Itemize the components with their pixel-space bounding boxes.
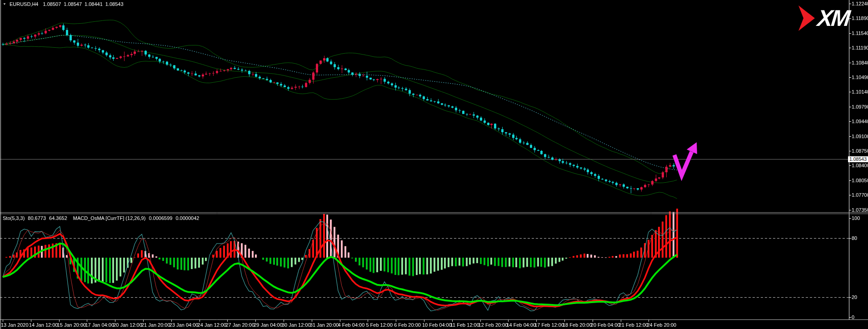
time-tick-label: 14 Jan 12:00: [29, 322, 58, 328]
price-tick-label: 1.11190: [852, 45, 868, 50]
time-tick-label: 27 Jan 20:00: [225, 322, 254, 328]
level-tick-label: 80: [852, 235, 857, 241]
time-tick-label: 5 Feb 12:00: [366, 322, 393, 328]
price-tick-label: 1.09790: [852, 104, 868, 110]
current-price-box: 1.08543: [848, 156, 868, 162]
time-tick-label: 24 Feb 20:00: [647, 322, 676, 328]
time-tick-label: 31 Jan 20:00: [310, 322, 339, 328]
level-tick-label: 20: [852, 294, 857, 300]
high-value: 1.08547: [64, 1, 82, 7]
time-tick-label: 11 Feb 12:00: [450, 322, 479, 328]
time-tick-label: 23 Jan 04:00: [170, 322, 199, 328]
symbol-dropdown-icon[interactable]: ▼: [3, 2, 6, 5]
time-tick-label: 15 Jan 20:00: [57, 322, 86, 328]
price-tick-label: 1.09100: [852, 134, 868, 139]
price-tick-label: 1.07350: [852, 207, 868, 213]
stochastic-d-value: 64.3652: [49, 215, 67, 221]
time-tick-label: 6 Feb 20:00: [394, 322, 421, 328]
time-tick-label: 29 Jan 04:00: [254, 322, 283, 328]
stochastic-k-value: 80.6773: [28, 215, 46, 221]
time-tick-label: 14 Feb 04:00: [506, 322, 536, 328]
level-tick-label: 0: [852, 314, 854, 320]
open-value: 1.08507: [43, 1, 61, 7]
price-tick-label: 1.11890: [852, 15, 868, 21]
price-tick-label: 1.09440: [852, 119, 868, 124]
time-tick-label: 21 Jan 20:00: [141, 322, 170, 328]
price-tick-label: 1.07700: [852, 192, 868, 198]
level-tick-label: 100: [852, 215, 860, 221]
time-tick-label: 17 Jan 04:00: [85, 322, 114, 328]
indicator-header: Sto(5,3,3)80.677364.3652MACD_OsMA [CurrT…: [3, 215, 202, 221]
stochastic-label: Sto(5,3,3): [3, 215, 25, 221]
window-border-left: [0, 0, 1, 329]
price-tick-label: 1.08400: [852, 163, 868, 168]
price-tick-label: 1.10490: [852, 75, 868, 80]
price-tick-label: 1.10840: [852, 60, 868, 65]
close-value: 1.08543: [105, 1, 124, 7]
time-tick-label: 17 Feb 12:00: [534, 322, 564, 328]
time-tick-label: 4 Feb 04:00: [338, 322, 365, 328]
low-value: 1.08441: [85, 1, 103, 7]
chart-canvas[interactable]: [0, 0, 868, 329]
time-tick-label: 21 Feb 12:00: [619, 322, 649, 328]
time-tick-label: 18 Feb 20:00: [563, 322, 592, 328]
price-tick-label: 1.08050: [852, 178, 868, 183]
time-tick-label: 20 Jan 12:00: [113, 322, 142, 328]
macd-label: MACD_OsMA [CurrTF] (12,26,9): [73, 215, 146, 221]
price-tick-label: 1.11540: [852, 30, 868, 36]
time-tick-label: 13 Jan 2020: [1, 322, 29, 328]
ohlc-header: ▼ EURUSD,H4 1.08507 1.08547 1.08441 1.08…: [3, 1, 126, 7]
time-tick-label: 10 Feb 04:00: [422, 322, 452, 328]
price-tick-label: 1.10140: [852, 89, 868, 95]
osma-value: 0.0000042: [175, 215, 199, 221]
symbol-timeframe-label: EURUSD,H4: [10, 1, 39, 7]
time-tick-label: 30 Jan 12:00: [282, 322, 311, 328]
time-tick-label: 24 Jan 12:00: [198, 322, 227, 328]
time-tick-label: 20 Feb 04:00: [591, 322, 620, 328]
price-tick-label: 1.08750: [852, 148, 868, 154]
chart-window: ▼ EURUSD,H4 1.08507 1.08547 1.08441 1.08…: [0, 0, 868, 329]
xm-logo-arrow-icon: [798, 5, 817, 31]
xm-logo: XM: [773, 4, 849, 33]
time-tick-label: 12 Feb 20:00: [479, 322, 508, 328]
xm-logo-text: XM: [816, 5, 850, 31]
price-tick-label: 1.12240: [852, 1, 868, 6]
macd-value: 0.0006599: [149, 215, 172, 221]
